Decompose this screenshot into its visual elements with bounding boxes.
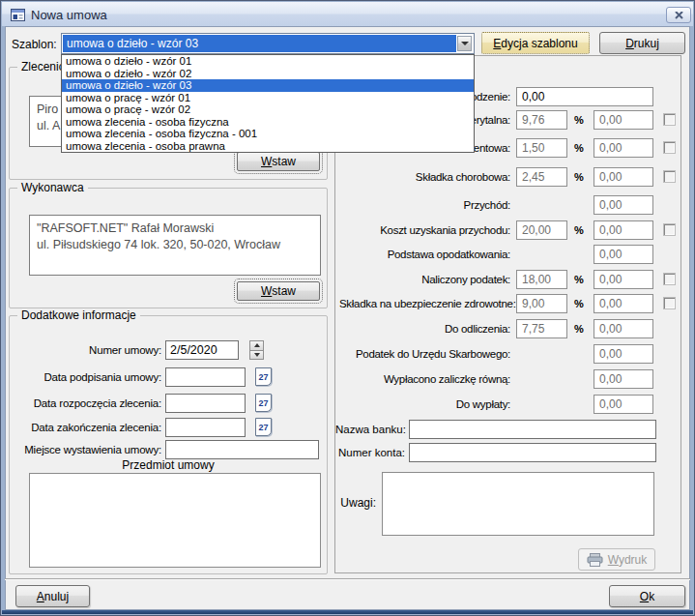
dropdown-item[interactable]: umowa o dzieło - wzór 03 [62,79,474,92]
przedmiot-umowy-textarea[interactable] [29,473,321,568]
form-row-label: Data podpisania umowy: [17,371,161,383]
combobox-selected-value: umowa o dzieło - wzór 03 [63,35,456,52]
amount-input[interactable] [516,87,653,106]
calc-row: Przychód: [339,195,680,215]
amount-input[interactable] [594,195,653,215]
wstaw-wykonawca-button[interactable]: Wstaw [237,281,320,301]
form-row: Data zakończenia zlecenia:27 [10,418,327,437]
percent-input[interactable] [516,167,567,187]
calc-row: Składka na ubezpieczenie zdrowotne:% [339,294,680,313]
dodatkowe-informacje-groupbox: Dodatkowe informacje Numer umowy:Data po… [9,315,328,574]
wykonawca-info-box: "RAFSOFT.NET" Rafał Morawski ul. Piłsuds… [29,215,321,276]
wstaw-zleceniodawca-button[interactable]: Wstaw [237,152,320,171]
amount-input[interactable] [594,395,653,414]
amount-input[interactable] [594,369,653,389]
printer-icon [587,553,603,567]
number-spinner[interactable] [249,340,264,360]
combobox-dropdown-button[interactable] [457,36,472,51]
amount-input[interactable] [594,167,653,187]
dropdown-item[interactable]: umowa zlecenia - osoba fizyczna - 001 [62,128,474,140]
wykonawca-line2: ul. Piłsudskiego 74 lok. 320, 50-020, Wr… [37,237,313,253]
calc-checkbox[interactable] [663,170,676,183]
template-combobox[interactable]: umowa o dzieło - wzór 03 [61,33,475,54]
calc-row-label: Składka chorobowa: [339,171,510,183]
calc-checkbox[interactable] [663,297,676,309]
notes-label: Uwagi: [339,496,376,510]
ok-button[interactable]: Ok [609,585,685,607]
percent-input[interactable] [516,270,567,289]
percent-input[interactable] [516,110,567,130]
anuluj-button[interactable]: Anuluj [15,585,90,607]
amount-input[interactable] [594,270,653,289]
amount-input[interactable] [594,294,653,313]
percent-input[interactable] [516,294,567,313]
calc-row: Koszt uzyskania przychodu:% [339,220,680,240]
calendar-27-icon[interactable]: 27 [255,418,272,436]
percent-input[interactable] [516,138,567,158]
percent-input[interactable] [516,319,567,338]
dropdown-item[interactable]: umowa o dzieło - wzór 02 [62,68,474,80]
form-row: Data podpisania umowy:27 [10,367,327,387]
form-row: Numer umowy: [10,340,327,360]
wykonawca-line1: "RAFSOFT.NET" Rafał Morawski [37,220,313,237]
title-bar[interactable]: Nowa umowa [2,2,693,26]
przedmiot-umowy-label: Przedmiot umowy [10,458,327,472]
dropdown-item[interactable]: umowa o dzieło - wzór 01 [62,55,474,68]
wykonawca-groupbox: Wykonawca "RAFSOFT.NET" Rafał Morawski u… [9,188,328,308]
form-row-label: Data rozpoczęcia zlecenia: [17,397,161,409]
form-row-label: Data zakończenia zlecenia: [17,422,161,433]
spinner-down-icon[interactable] [249,350,264,361]
account-number-input[interactable] [409,443,656,462]
calc-row: Składka chorobowa:% [339,167,680,187]
date-input[interactable] [165,394,246,413]
calc-row-label: Podstawa opodatkowania: [339,249,510,260]
calc-checkbox[interactable] [663,113,676,126]
calc-checkbox[interactable] [663,223,676,236]
percent-symbol: % [574,171,584,183]
dropdown-item[interactable]: umowa o pracę - wzór 02 [62,103,474,116]
amount-input[interactable] [594,220,653,240]
calc-checkbox[interactable] [663,273,676,285]
notes-textarea[interactable] [382,472,654,536]
place-of-issue-input[interactable] [165,440,319,459]
calc-checkbox[interactable] [663,141,676,154]
amount-input[interactable] [594,138,653,158]
footer-separator [5,578,690,580]
calc-row: Wypłacono zaliczkę równą: [339,369,680,389]
calc-row: Naliczony podatek:% [339,270,680,289]
dropdown-item[interactable]: umowa o pracę - wzór 01 [62,92,474,104]
calc-row-label: Do odliczenia: [339,323,510,335]
amount-input[interactable] [594,344,653,364]
contract-number-input[interactable] [165,340,239,360]
window-frame-bottom [2,610,693,614]
form-row-label: Numer umowy: [17,344,161,356]
template-dropdown-list: umowa o dzieło - wzór 01umowa o dzieło -… [61,54,475,153]
wydruk-button-label: Wydruk [608,553,648,567]
amount-input[interactable] [594,110,653,130]
form-row-label: Miejsce wystawienia umowy: [17,444,161,455]
calendar-27-icon[interactable]: 27 [255,367,272,386]
form-row: Data rozpoczęcia zlecenia:27 [10,394,327,413]
percent-symbol: % [574,224,584,236]
date-input[interactable] [165,367,246,387]
szablon-label: Szablon: [12,38,57,51]
account-number-label: Numer konta: [335,447,405,458]
close-button[interactable] [666,7,691,23]
bank-name-input[interactable] [409,420,656,439]
edit-template-button[interactable]: Edycja szablonu [481,32,590,54]
date-input[interactable] [165,418,246,437]
percent-input[interactable] [516,220,567,240]
amount-input[interactable] [594,319,653,338]
print-button[interactable]: Drukuj [599,32,685,54]
wydruk-button[interactable]: Wydruk [578,548,655,571]
percent-symbol: % [574,274,584,285]
dropdown-item[interactable]: umowa zlecenia - osoba fizyczna [62,116,474,129]
calc-row: Do odliczenia:% [339,319,680,338]
window-nowa-umowa: Nowa umowa Szablon: umowa o dzieło - wzó… [0,0,695,616]
bank-name-label: Nazwa banku: [335,424,405,435]
calendar-27-icon[interactable]: 27 [255,394,272,412]
amount-input[interactable] [594,245,653,264]
percent-symbol: % [574,142,584,154]
close-icon [675,12,683,19]
dropdown-item[interactable]: umowa zlecenia - osoba prawna [62,140,474,153]
